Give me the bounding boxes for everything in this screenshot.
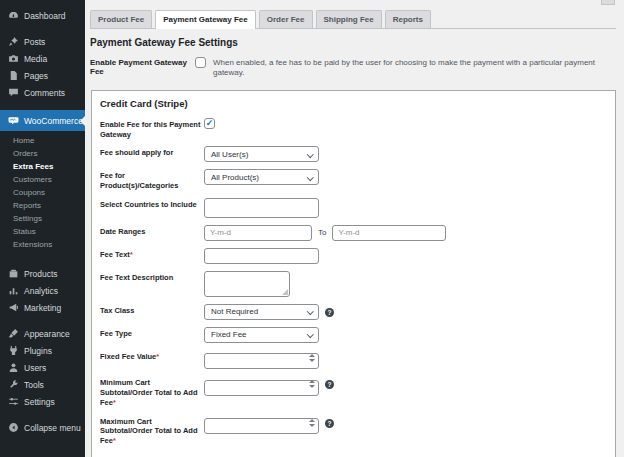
sidebar-item-media[interactable]: Media xyxy=(0,50,85,67)
select-countries-to-include-input[interactable] xyxy=(204,198,319,218)
number-stepper[interactable] xyxy=(309,350,315,366)
sidebar-item-users[interactable]: Users xyxy=(0,359,85,376)
sidebar-item-label: Media xyxy=(24,54,47,64)
main-content: Product FeePayment Gateway FeeOrder FeeS… xyxy=(85,0,624,457)
tab-order-fee[interactable]: Order Fee xyxy=(259,10,313,28)
number-field-wrap xyxy=(204,415,319,435)
field-control xyxy=(204,271,290,297)
field-control xyxy=(204,248,319,264)
fee-text-description-textarea[interactable] xyxy=(204,271,290,297)
field-control: ? xyxy=(204,376,334,396)
sidebar-item-label: Marketing xyxy=(24,303,61,313)
dashboard-icon xyxy=(8,10,19,21)
credit-card-stripe-panel: Credit Card (Stripe) Enable Fee for this… xyxy=(91,90,616,457)
field-label-text: Enable Fee for this Payment Gateway xyxy=(100,120,200,139)
required-indicator: * xyxy=(113,436,116,445)
fee-text-input[interactable] xyxy=(204,248,319,264)
sidebar-subitem-orders[interactable]: Orders xyxy=(0,147,85,160)
sidebar-item-label: Products xyxy=(24,269,58,279)
chevron-down-icon xyxy=(307,331,313,337)
tab-product-fee[interactable]: Product Fee xyxy=(90,10,152,28)
posts-icon xyxy=(8,36,19,47)
sidebar-item-label: Plugins xyxy=(24,346,52,356)
sidebar-item-products[interactable]: Products xyxy=(0,265,85,282)
admin-sidebar: DashboardPostsMediaPagesCommentsWooComme… xyxy=(0,0,85,457)
sidebar-subitem-customers[interactable]: Customers xyxy=(0,173,85,186)
stepper-down-icon[interactable] xyxy=(309,385,315,388)
sidebar-item-label: Analytics xyxy=(24,286,58,296)
field-control: ? xyxy=(204,415,334,435)
date-range-start-input[interactable] xyxy=(204,225,312,241)
form-row-date-ranges: Date RangesTo xyxy=(100,225,607,241)
field-label: Maximum Cart Subtotal/Order Total to Add… xyxy=(100,415,204,446)
sidebar-subitem-coupons[interactable]: Coupons xyxy=(0,186,85,199)
fixed-fee-value-input[interactable] xyxy=(204,353,319,369)
field-label-text: Fee Text xyxy=(100,250,130,259)
screen-options-stub[interactable] xyxy=(601,0,615,5)
form-row-fee-text: Fee Text* xyxy=(100,248,607,264)
stepper-up-icon[interactable] xyxy=(309,354,315,357)
help-icon[interactable]: ? xyxy=(325,308,334,317)
collapse-icon xyxy=(8,422,19,433)
sidebar-item-plugins[interactable]: Plugins xyxy=(0,342,85,359)
fee-type-select[interactable]: Fixed Fee xyxy=(204,327,319,343)
enable-fee-for-this-payment-gateway-checkbox[interactable] xyxy=(204,118,215,129)
sidebar-item-dashboard[interactable]: Dashboard xyxy=(0,7,85,24)
maximum-cart-subtotal-order-total-to-add-fee-input[interactable] xyxy=(204,418,319,434)
sidebar-subitem-extra-fees[interactable]: Extra Fees xyxy=(0,160,85,173)
sidebar-item-analytics[interactable]: Analytics xyxy=(0,282,85,299)
number-stepper[interactable] xyxy=(309,415,315,431)
comments-icon xyxy=(8,87,19,98)
sidebar-subitem-settings[interactable]: Settings xyxy=(0,212,85,225)
fee-for-product-s-categories-select[interactable]: All Product(s) xyxy=(204,169,319,185)
required-indicator: * xyxy=(113,398,116,407)
sidebar-subitem-extensions[interactable]: Extensions xyxy=(0,238,85,251)
stepper-up-icon[interactable] xyxy=(309,380,315,383)
sidebar-item-label: Settings xyxy=(24,397,55,407)
date-range-end-input[interactable] xyxy=(332,225,446,241)
tab-reports[interactable]: Reports xyxy=(385,10,431,28)
settings-form: Enable Fee for this Payment GatewayFee s… xyxy=(100,118,607,446)
sidebar-item-pages[interactable]: Pages xyxy=(0,67,85,84)
sidebar-item-posts[interactable]: Posts xyxy=(0,33,85,50)
sidebar-item-label: Dashboard xyxy=(24,11,66,21)
field-control: All Product(s) xyxy=(204,169,319,185)
select-value: All User(s) xyxy=(211,150,248,159)
help-icon[interactable]: ? xyxy=(325,419,334,428)
sidebar-item-label: Posts xyxy=(24,37,45,47)
sidebar-item-comments[interactable]: Comments xyxy=(0,84,85,101)
sidebar-item-settings[interactable]: Settings xyxy=(0,393,85,410)
sidebar-item-marketing[interactable]: Marketing xyxy=(0,299,85,316)
field-label: Fee Type xyxy=(100,327,204,339)
menu-separator xyxy=(0,256,85,265)
sidebar-item-collapse-menu[interactable]: Collapse menu xyxy=(0,419,85,436)
plugins-icon xyxy=(8,345,19,356)
field-label: Fee should apply for xyxy=(100,146,204,158)
sidebar-subitem-home[interactable]: Home xyxy=(0,134,85,147)
form-row-tax-class: Tax ClassNot Required? xyxy=(100,304,607,320)
stepper-down-icon[interactable] xyxy=(309,424,315,427)
sidebar-item-appearance[interactable]: Appearance xyxy=(0,325,85,342)
tax-class-select[interactable]: Not Required xyxy=(204,304,319,320)
help-icon[interactable]: ? xyxy=(325,380,334,389)
enable-payment-gateway-fee-checkbox[interactable] xyxy=(195,57,206,68)
sidebar-subitem-status[interactable]: Status xyxy=(0,225,85,238)
field-control: All User(s) xyxy=(204,146,319,162)
stepper-up-icon[interactable] xyxy=(309,419,315,422)
sidebar-subitem-reports[interactable]: Reports xyxy=(0,199,85,212)
tab-payment-gateway-fee[interactable]: Payment Gateway Fee xyxy=(155,10,255,28)
tab-shipping-fee[interactable]: Shipping Fee xyxy=(316,10,382,28)
sidebar-item-tools[interactable]: Tools xyxy=(0,376,85,393)
wp-admin-page: DashboardPostsMediaPagesCommentsWooComme… xyxy=(0,0,624,457)
resize-handle[interactable] xyxy=(282,289,288,295)
woocommerce-submenu: HomeOrdersExtra FeesCustomersCouponsRepo… xyxy=(0,131,85,256)
stepper-down-icon[interactable] xyxy=(309,359,315,362)
number-stepper[interactable] xyxy=(309,376,315,392)
fee-should-apply-for-select[interactable]: All User(s) xyxy=(204,146,319,162)
minimum-cart-subtotal-order-total-to-add-fee-input[interactable] xyxy=(204,380,319,396)
menu-separator xyxy=(0,316,85,325)
sidebar-item-label: Comments xyxy=(24,88,65,98)
analytics-icon xyxy=(8,285,19,296)
woocommerce-icon xyxy=(8,115,19,126)
sidebar-item-woocommerce[interactable]: WooCommerce xyxy=(0,110,85,131)
